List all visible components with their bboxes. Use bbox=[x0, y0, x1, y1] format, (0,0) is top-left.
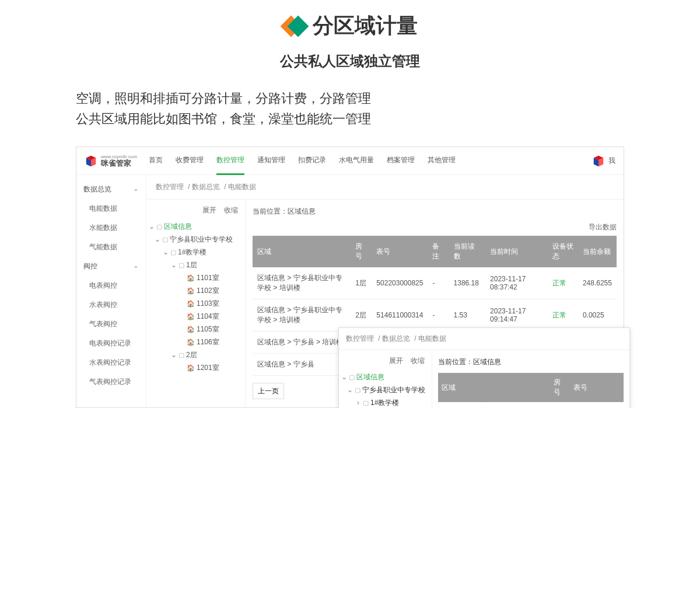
column-header: 房号 bbox=[351, 236, 372, 267]
sidebar-item[interactable]: 水表阀控记录 bbox=[76, 353, 146, 372]
building-icon: ▢ bbox=[349, 373, 355, 380]
building-icon: ▢ bbox=[170, 249, 176, 256]
tree-node[interactable]: 区域信息 bbox=[164, 222, 192, 231]
sidebar-item[interactable]: 水能数据 bbox=[76, 218, 146, 238]
sidebar-group[interactable]: 数据总览⌄ bbox=[76, 180, 146, 199]
crumb-2[interactable]: 数据总览 bbox=[382, 334, 410, 343]
tree-node[interactable]: 1105室 bbox=[197, 325, 219, 333]
tree-expand-button[interactable]: 展开 bbox=[202, 206, 216, 214]
building-icon: ▢ bbox=[156, 223, 162, 230]
sidebar-group[interactable]: 阀控⌄ bbox=[76, 257, 146, 276]
tree-node[interactable]: 1106室 bbox=[197, 338, 219, 346]
home-icon: 🏠 bbox=[187, 338, 195, 345]
hero-subtitle: 公共私人区域独立管理 bbox=[0, 52, 700, 71]
hero-logo-icon bbox=[282, 15, 306, 38]
main-nav: 首页收费管理数控管理通知管理扣费记录水电气用量档案管理其他管理 bbox=[149, 147, 456, 175]
tree-node[interactable]: 1#教学楼 bbox=[178, 248, 206, 256]
sidebar-item[interactable]: 气能数据 bbox=[76, 238, 146, 257]
home-icon: 🏠 bbox=[187, 300, 195, 307]
cell-area: 区域信息 > 宁乡县职业中专学校 > 培训楼 bbox=[438, 402, 550, 408]
tree-node[interactable]: 1104室 bbox=[197, 312, 219, 320]
nav-item[interactable]: 其他管理 bbox=[428, 147, 456, 175]
sidebar: 数据总览⌄电能数据水能数据气能数据阀控⌄电表阀控水表阀控气表阀控电表阀控记录水表… bbox=[76, 175, 146, 407]
cell-meter: 502203000825 bbox=[372, 267, 428, 299]
column-header: 设备状态 bbox=[548, 236, 578, 267]
location-label: 当前位置： bbox=[438, 358, 473, 366]
table-row[interactable]: 区域信息 > 宁乡县职业中专学校 > 培训楼2层514611000314-1.5… bbox=[253, 299, 617, 331]
tree-node[interactable]: 2层 bbox=[186, 351, 197, 359]
nav-item[interactable]: 水电气用量 bbox=[339, 147, 374, 175]
tree-node[interactable]: 1101室 bbox=[197, 274, 219, 282]
building-icon: ▢ bbox=[355, 386, 360, 393]
sidebar-item[interactable]: 水表阀控 bbox=[76, 295, 146, 315]
prev-page-button[interactable]: 上一页 bbox=[253, 383, 284, 399]
cell-room: 1层 bbox=[550, 402, 570, 408]
sidebar-item[interactable]: 气表阀控 bbox=[76, 315, 146, 334]
tree-panel: 展开 收缩 ⌄▢区域信息⌄▢宁乡县职业中专学校⌄▢1#教学楼⌄▢1层🏠1101室… bbox=[146, 200, 246, 407]
table-row[interactable]: 区域信息 > 宁乡县职业中专学校 > 培训楼1层502203000825 bbox=[438, 402, 624, 408]
tree-caret-icon[interactable]: ⌄ bbox=[171, 259, 177, 271]
cell-note: - bbox=[428, 267, 449, 299]
table-row[interactable]: 区域信息 > 宁乡县职业中专学校 > 培训楼1层502203000825-138… bbox=[253, 267, 617, 299]
tree-node[interactable]: 1201室 bbox=[197, 364, 219, 372]
nav-item[interactable]: 扣费记录 bbox=[298, 147, 326, 175]
nav-item[interactable]: 档案管理 bbox=[387, 147, 415, 175]
nav-item[interactable]: 收费管理 bbox=[176, 147, 204, 175]
tree-expand-button[interactable]: 展开 bbox=[389, 357, 403, 365]
cell-time: 2023-11-17 08:37:42 bbox=[485, 267, 547, 299]
home-icon: 🏠 bbox=[187, 274, 195, 281]
tree-caret-icon[interactable]: ⌄ bbox=[163, 246, 169, 259]
overlay-data-table: 区域房号表号 区域信息 > 宁乡县职业中专学校 > 培训楼1层502203000… bbox=[438, 373, 624, 408]
sidebar-item[interactable]: 电表阀控 bbox=[76, 276, 146, 295]
brand-logo-icon bbox=[85, 155, 97, 167]
sidebar-item[interactable]: 电表阀控记录 bbox=[76, 334, 146, 353]
overlay-breadcrumb: 数控管理 / 数据总览 / 电能数据 bbox=[339, 328, 629, 350]
tree-caret-icon[interactable]: ⌄ bbox=[347, 383, 353, 396]
overlay-tree-panel: 展开 收缩 ⌄▢区域信息⌄▢宁乡县职业中专学校›▢1#教学楼›▢2#教学楼›▢3… bbox=[339, 350, 432, 408]
column-header: 区域 bbox=[253, 236, 351, 267]
user-label[interactable]: 我 bbox=[608, 156, 615, 166]
tree-caret-icon[interactable]: › bbox=[355, 396, 361, 408]
nav-item[interactable]: 通知管理 bbox=[257, 147, 285, 175]
export-button[interactable]: 导出数据 bbox=[253, 222, 617, 236]
desc-line-1: 空调，照明和排插可分路计量，分路计费，分路管理 bbox=[76, 88, 624, 109]
cell-meter: 514611000314 bbox=[372, 299, 428, 331]
overlay-data-panel: 当前位置：区域信息 区域房号表号 区域信息 > 宁乡县职业中专学校 > 培训楼1… bbox=[432, 350, 629, 408]
nav-item[interactable]: 数控管理 bbox=[216, 147, 244, 175]
crumb-2[interactable]: 数据总览 bbox=[192, 183, 220, 191]
column-header: 区域 bbox=[438, 373, 550, 402]
desc-line-2: 公共区域用能比如图书馆，食堂，澡堂也能统一管理 bbox=[76, 109, 624, 129]
tree-node[interactable]: 1103室 bbox=[197, 299, 219, 308]
breadcrumb: 数控管理 / 数据总览 / 电能数据 bbox=[146, 175, 624, 200]
column-header: 备注 bbox=[428, 236, 449, 267]
app-screenshot-overlay: 数控管理 / 数据总览 / 电能数据 展开 收缩 ⌄▢区域信息⌄▢宁乡县职业中专… bbox=[338, 327, 630, 408]
tree-caret-icon[interactable]: ⌄ bbox=[341, 371, 347, 383]
sidebar-item[interactable]: 气表阀控记录 bbox=[76, 372, 146, 392]
brand-name: 咪雀管家 bbox=[101, 159, 137, 167]
cell-area: 区域信息 > 宁乡县职业中专学校 > 培训楼 bbox=[253, 299, 351, 331]
building-icon: ▢ bbox=[178, 261, 184, 268]
sidebar-item[interactable]: 电能数据 bbox=[76, 199, 146, 218]
tree-node[interactable]: 1102室 bbox=[197, 287, 219, 295]
nav-item[interactable]: 首页 bbox=[149, 147, 163, 175]
crumb-1[interactable]: 数控管理 bbox=[156, 183, 184, 191]
tree-node[interactable]: 1#教学楼 bbox=[370, 399, 399, 407]
tree-node[interactable]: 宁乡县职业中专学校 bbox=[170, 235, 233, 243]
crumb-1[interactable]: 数控管理 bbox=[346, 334, 374, 343]
tree-node[interactable]: 宁乡县职业中专学校 bbox=[362, 386, 425, 394]
location-value: 区域信息 bbox=[288, 207, 316, 215]
cell-status: 正常 bbox=[548, 267, 578, 299]
building-icon: ▢ bbox=[178, 351, 184, 358]
cell-reading: 1386.18 bbox=[449, 267, 486, 299]
tree-caret-icon[interactable]: ⌄ bbox=[155, 233, 160, 246]
tree-collapse-button[interactable]: 收缩 bbox=[411, 357, 425, 365]
tree-collapse-button[interactable]: 收缩 bbox=[224, 206, 238, 214]
tree-node[interactable]: 区域信息 bbox=[356, 373, 384, 381]
tree-node[interactable]: 1层 bbox=[186, 261, 197, 269]
brand[interactable]: www.csyndb.com 咪雀管家 bbox=[85, 155, 137, 167]
tree-caret-icon[interactable]: ⌄ bbox=[171, 348, 177, 361]
tree-caret-icon[interactable]: ⌄ bbox=[149, 220, 155, 233]
chevron-down-icon: ⌄ bbox=[133, 184, 139, 194]
user-avatar-icon[interactable] bbox=[592, 155, 605, 167]
hero: 分区域计量 公共私人区域独立管理 bbox=[0, 12, 700, 71]
